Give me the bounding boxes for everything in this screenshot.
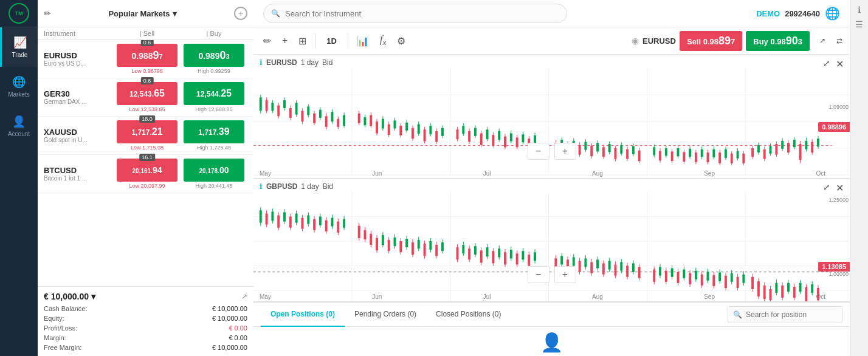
formula-icon[interactable]: fx — [377, 32, 388, 50]
chart1-zoom-in[interactable]: + — [554, 143, 576, 160]
chart1-timeframe: 1 day — [301, 58, 319, 67]
sidebar-item-account[interactable]: 👤 Account — [0, 106, 38, 146]
chart2-symbol: GBPUSD — [266, 182, 297, 191]
buy-group: 1,717.39 High 1,725.48 — [181, 120, 247, 151]
chart1-svg — [253, 68, 850, 179]
pencil-tool-icon[interactable]: ✏ — [261, 33, 274, 49]
buy-group: 20,178.00 High 20,441.45 — [181, 159, 247, 189]
instrument-columns: Instrument | Sell | Buy — [38, 27, 253, 40]
globe-icon[interactable]: 🌐 — [825, 6, 840, 21]
timeframe-button[interactable]: 1D — [322, 35, 342, 47]
position-search-bar[interactable]: 🔍 — [728, 306, 842, 323]
x-label-sep: Sep — [704, 170, 715, 177]
info-icon[interactable]: ℹ — [260, 58, 263, 67]
charts-area: ℹ EURUSD 1 day Bid ⤢ ✕ — [253, 55, 850, 301]
margin-row: Margin: € 0.00 — [44, 334, 247, 341]
sidebar-item-markets[interactable]: 🌐 Markets — [0, 67, 38, 106]
search-instrument-input[interactable] — [285, 9, 559, 18]
chart2-close-icon[interactable]: ✕ — [836, 182, 844, 194]
free-margin-value: € 10,000.00 — [212, 344, 247, 351]
table-row: GER30 German DAX ... 0.6 12,543.65 Low 1… — [38, 78, 253, 117]
search-position-input[interactable] — [746, 310, 837, 319]
chart2-zoom-controls: − + — [528, 266, 576, 283]
sidebar-item-trade[interactable]: 📈 Trade — [0, 27, 38, 67]
sell-group: 0.6 12,543.65 Low 12,538.65 — [114, 82, 181, 112]
profit-loss-value: € 0.00 — [229, 324, 247, 332]
btcusd-buy-button[interactable]: 20,178.00 — [184, 159, 244, 182]
cash-balance-row: Cash Balance: € 10,000.00 — [44, 305, 247, 312]
chart2-zoom-out[interactable]: − — [528, 266, 549, 283]
sidebar: TM 📈 Trade 🌐 Markets 👤 Account — [0, 0, 38, 356]
tab-pending-orders[interactable]: Pending Orders (0) — [345, 303, 426, 327]
instrument-info: EURUSD Euro vs US D... — [44, 51, 114, 67]
right-panel: ℹ ☰ — [850, 0, 868, 356]
instrument-name: GER30 — [44, 89, 114, 98]
x-label-oct: Oct — [816, 170, 825, 177]
buy-price: 12,544.25 — [196, 89, 232, 98]
margin-value: € 0.00 — [229, 334, 247, 341]
x-label-aug: Aug — [592, 170, 603, 177]
spread-badge: 0.6 — [141, 77, 154, 84]
sidebar-item-label: Account — [8, 131, 30, 137]
chart-sell-button[interactable]: Sell 0.98897 — [680, 31, 742, 51]
ger30-buy-button[interactable]: 12,544.25 — [184, 82, 244, 105]
settings-icon[interactable]: ⚙ — [394, 33, 408, 49]
add-tool-icon[interactable]: + — [280, 33, 290, 49]
eurusd-buy-button[interactable]: 0.98903 — [184, 44, 244, 67]
external-link-icon[interactable]: ↗ — [241, 292, 247, 301]
sell-group: 16.1 20,161.94 Low 20,097.99 — [114, 159, 181, 189]
instrument-info: XAUUSD Gold spot in U... — [44, 128, 114, 143]
account-details: Cash Balance: € 10,000.00 Equity: € 10,0… — [44, 305, 247, 351]
buy-group: 0.98903 High 0.99259 — [181, 44, 247, 74]
top-bar-right: DEMO 29924640 🌐 — [756, 6, 840, 21]
chart1-expand-icon[interactable]: ⤢ — [823, 58, 830, 68]
table-row: BTCUSD Bitcoin 1 lot 1 ... 16.1 20,161.9… — [38, 155, 253, 193]
tab-open-positions[interactable]: Open Positions (0) — [261, 303, 345, 327]
sidebar-item-label: Trade — [12, 52, 28, 58]
chart-buy-button[interactable]: Buy 0.98903 — [746, 31, 810, 51]
chart2-svg — [253, 192, 850, 302]
grid-tool-icon[interactable]: ⊞ — [296, 33, 309, 49]
chart-toolbar: ✏ + ⊞ 1D 📊 fx ⚙ ◉ EURUSD Sell 0.98897 Bu… — [253, 27, 850, 55]
buy-high: High 12,688.85 — [195, 106, 232, 112]
btcusd-sell-button[interactable]: 16.1 20,161.94 — [117, 159, 177, 182]
sell-price: 1,717.21 — [131, 127, 162, 137]
gbpusd-chart: ℹ GBPUSD 1 day Bid ⤢ ✕ — [253, 179, 850, 302]
chart1-close-icon[interactable]: ✕ — [836, 58, 844, 70]
search-instrument-bar[interactable]: 🔍 — [263, 4, 567, 23]
chart-external-link-icon[interactable]: ↗ — [819, 36, 825, 45]
popular-markets-button[interactable]: Popular Markets ▾ — [108, 9, 176, 18]
x-label-jun: Jun — [372, 293, 382, 300]
chart2-expand-icon[interactable]: ⤢ — [823, 182, 830, 192]
xauusd-sell-button[interactable]: 18.0 1,717.21 — [117, 120, 177, 143]
info-icon[interactable]: ℹ — [260, 182, 263, 191]
chart2-zoom-in[interactable]: + — [554, 266, 576, 283]
instrument-name: BTCUSD — [44, 166, 114, 175]
candle-type-icon[interactable]: 📊 — [354, 33, 371, 49]
instrument-name: XAUUSD — [44, 128, 114, 137]
spread-badge: 18.0 — [139, 115, 155, 123]
ger30-sell-button[interactable]: 0.6 12,543.65 — [117, 82, 177, 105]
chart2-current-price: 1.13085 — [818, 262, 850, 272]
chart1-zoom-out[interactable]: − — [528, 143, 549, 160]
account-balance[interactable]: € 10,000.00 ▾ — [44, 292, 95, 301]
spread-badge: 0.6 — [141, 40, 154, 46]
chart2-timeframe: 1 day — [301, 182, 319, 191]
empty-state-icon: 👤 — [540, 332, 563, 353]
add-watchlist-button[interactable]: + — [234, 7, 247, 20]
bottom-tabs: Open Positions (0) Pending Orders (0) Cl… — [253, 301, 850, 356]
chart1-header: ℹ EURUSD 1 day Bid — [260, 58, 332, 67]
eurusd-sell-button[interactable]: 0.6 0.98897 — [117, 44, 177, 67]
tab-closed-positions[interactable]: Closed Positions (0) — [426, 303, 511, 327]
tabs-content: 👤 — [253, 327, 850, 356]
pencil-icon[interactable]: ✏ — [44, 9, 51, 18]
x-label-jun: Jun — [372, 170, 382, 177]
info-panel-icon[interactable]: ℹ — [858, 5, 861, 15]
sell-group: 0.6 0.98897 Low 0.98796 — [114, 44, 181, 74]
list-panel-icon[interactable]: ☰ — [855, 19, 863, 29]
chart-swap-icon[interactable]: ⇄ — [836, 36, 842, 45]
xauusd-buy-button[interactable]: 1,717.39 — [184, 120, 244, 143]
profit-loss-row: Profit/Loss: € 0.00 — [44, 324, 247, 332]
equity-value: € 10,000.00 — [212, 315, 247, 322]
chart1-symbol: EURUSD — [266, 58, 297, 67]
